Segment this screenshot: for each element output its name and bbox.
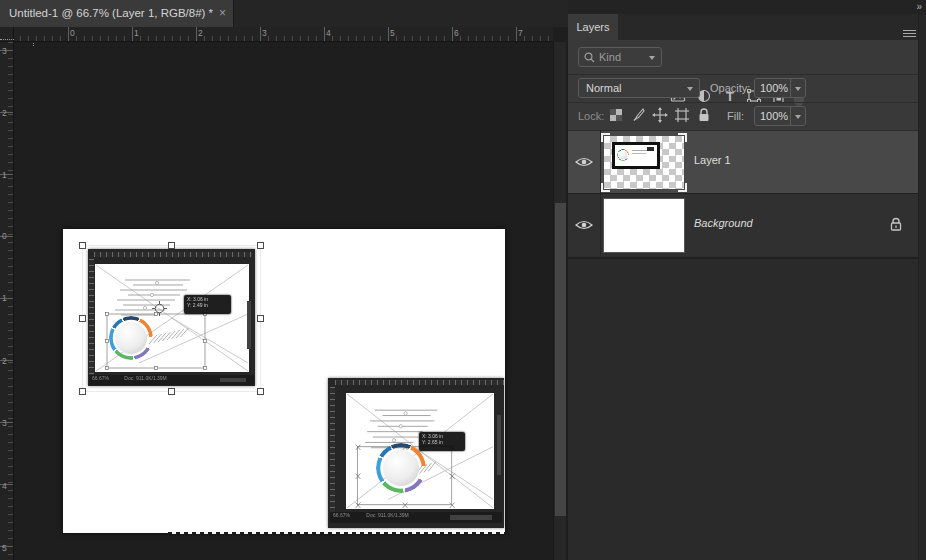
ruler-label: 0 — [2, 231, 7, 241]
infographic-donut — [376, 443, 426, 493]
layers-panel-controls: Kind T — [568, 40, 926, 130]
fill-value: 100% — [760, 107, 788, 125]
layer-thumbnail[interactable] — [604, 199, 684, 252]
collapse-panels-icon[interactable]: » — [916, 1, 922, 13]
vertical-ruler[interactable]: 3 2 1 0 1 2 3 4 5 — [0, 42, 14, 560]
pasted-screenshot-2[interactable]: X: 3.06 in Y: 2.65 in 66.67% Doc: 911.0K… — [328, 378, 504, 528]
horizontal-ruler[interactable]: 0 1 2 3 4 5 6 7 — [14, 27, 553, 42]
scrollbar-thumb[interactable] — [555, 203, 566, 516]
mini-scrollbar — [450, 515, 492, 520]
eye-icon[interactable] — [575, 156, 593, 168]
chevron-down-icon — [649, 56, 655, 60]
lock-icon[interactable] — [890, 217, 902, 231]
layer-name: Layer 1 — [694, 154, 731, 166]
chevron-down-icon — [687, 87, 693, 91]
lock-artboard-icon[interactable] — [674, 107, 690, 125]
document-tab[interactable]: Untitled-1 @ 66.7% (Layer 1, RGB/8#) * × — [0, 0, 234, 27]
close-icon[interactable]: × — [219, 0, 226, 27]
search-icon — [584, 52, 595, 63]
transform-handle[interactable] — [257, 388, 264, 395]
selection-marching-ants — [168, 532, 505, 534]
canvas-scrollbar[interactable] — [553, 42, 566, 560]
opacity-value: 100% — [760, 79, 788, 97]
transform-coordinates-tooltip: X: 3.06 in Y: 2.65 in — [419, 432, 465, 451]
eye-icon[interactable] — [575, 219, 593, 231]
mini-doc-size: Doc: 911.0K/1.39M — [366, 513, 408, 519]
ruler-label: 3 — [2, 46, 7, 56]
ruler-label: 1 — [2, 170, 7, 180]
lock-all-icon[interactable] — [696, 107, 712, 125]
ruler-label: 4 — [2, 481, 7, 491]
free-transform-bbox[interactable] — [82, 245, 261, 392]
transform-handle[interactable] — [79, 315, 86, 322]
lock-position-icon[interactable] — [652, 107, 668, 125]
fill-field[interactable]: 100% — [754, 106, 806, 126]
panel-dock-header: » — [568, 0, 926, 14]
transform-handle[interactable] — [257, 315, 264, 322]
blend-mode-dropdown[interactable]: Normal — [578, 78, 700, 98]
mini-ruler — [330, 387, 335, 515]
ruler-label: 2 — [198, 28, 203, 38]
layer-row-layer1[interactable]: Layer 1 — [568, 131, 918, 193]
layer-row-background[interactable]: Background — [568, 194, 918, 256]
ruler-label: 2 — [2, 356, 7, 366]
ruler-label: 5 — [390, 28, 395, 38]
layers-panel: » Layers Kind — [568, 0, 926, 560]
panel-tab-strip: Layers — [568, 14, 926, 40]
blend-mode-value: Normal — [586, 79, 621, 97]
ruler-label: 6 — [454, 28, 459, 38]
ruler-label: 2 — [2, 108, 7, 118]
chevron-down-icon — [795, 115, 801, 119]
ruler-label: 7 — [518, 28, 523, 38]
ruler-label: 1 — [134, 28, 139, 38]
mini-zoom-level: 66.67% — [333, 513, 350, 519]
filter-kind-dropdown[interactable]: Kind — [578, 47, 662, 67]
layers-list: Layer 1 Background — [568, 130, 918, 258]
kind-label: Kind — [599, 48, 621, 66]
transform-handle[interactable] — [79, 388, 86, 395]
document-tab-bar: Untitled-1 @ 66.7% (Layer 1, RGB/8#) * × — [0, 0, 568, 27]
document-tab-title: Untitled-1 @ 66.7% (Layer 1, RGB/8#) * — [9, 7, 213, 19]
tooltip-y: Y: 2.65 in — [422, 439, 462, 445]
ruler-label: 1 — [2, 293, 7, 303]
layers-panel-empty-area — [568, 258, 918, 560]
ruler-label: 4 — [326, 28, 331, 38]
fill-label: Fill: — [727, 110, 744, 122]
panel-dock-gutter — [918, 14, 926, 560]
transform-handle[interactable] — [257, 242, 264, 249]
tab-layers[interactable]: Layers — [568, 14, 618, 40]
transform-handle[interactable] — [168, 242, 175, 249]
layer-name: Background — [694, 217, 753, 229]
ruler-label: 0 — [70, 28, 75, 38]
transform-handle[interactable] — [79, 242, 86, 249]
lock-label: Lock: — [578, 110, 604, 122]
ruler-label: 3 — [2, 418, 7, 428]
mini-scrollbar — [497, 415, 501, 475]
opacity-label: Opacity: — [710, 82, 750, 94]
mini-ruler — [335, 380, 504, 385]
panel-menu-icon[interactable] — [903, 30, 916, 39]
transform-handle[interactable] — [168, 388, 175, 395]
ruler-label: 5 — [2, 543, 7, 553]
opacity-field[interactable]: 100% — [754, 78, 806, 98]
thumbnail-content — [612, 142, 660, 169]
ruler-label: 3 — [262, 28, 267, 38]
mini-status-bar: 66.67% Doc: 911.0K/1.39M — [330, 512, 502, 523]
layer-thumbnail[interactable] — [604, 136, 684, 189]
photoshop-window: Untitled-1 @ 66.7% (Layer 1, RGB/8#) * ×… — [0, 0, 926, 560]
chevron-down-icon — [795, 87, 801, 91]
lock-transparency-icon[interactable] — [608, 107, 624, 125]
lock-pixels-brush-icon[interactable] — [630, 107, 646, 125]
